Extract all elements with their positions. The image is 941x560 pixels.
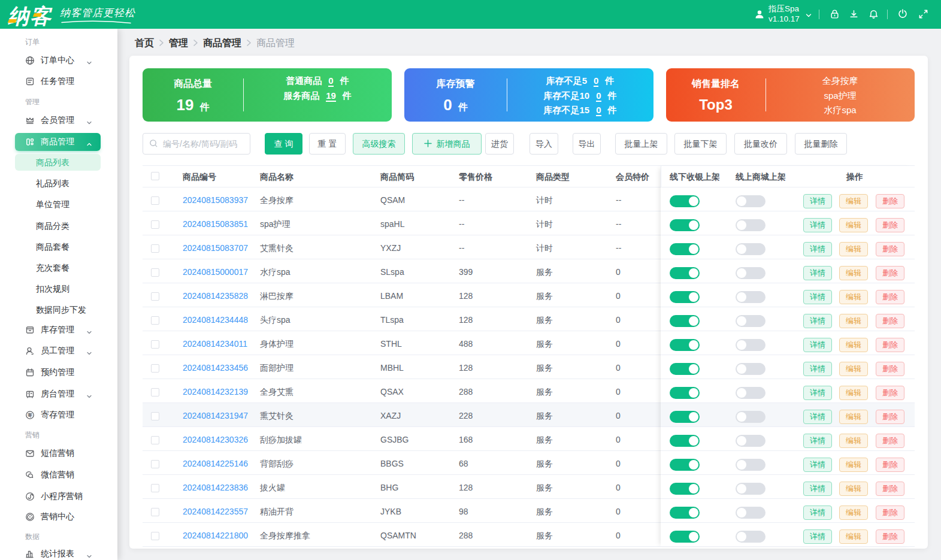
svg-text:寄: 寄	[28, 413, 32, 418]
